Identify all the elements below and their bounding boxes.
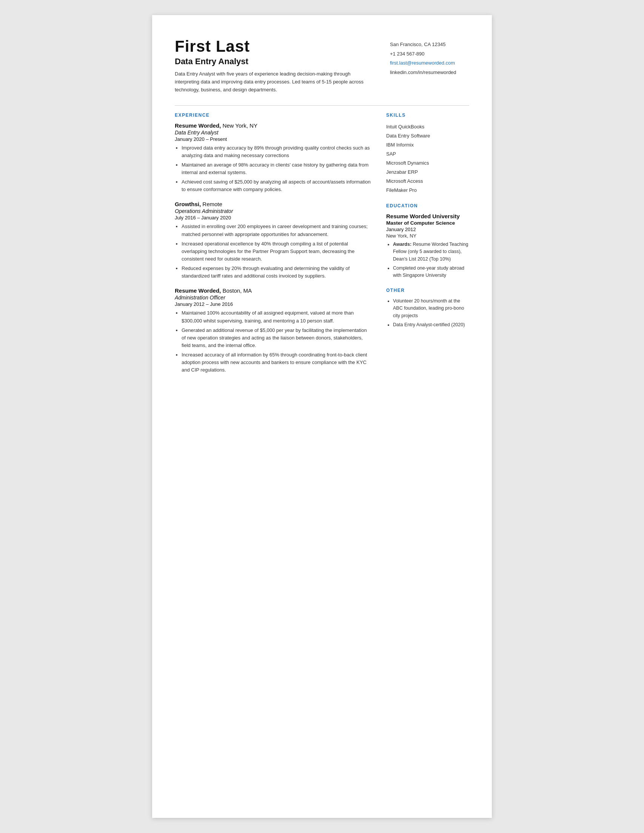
resume-header: First Last Data Entry Analyst Data Entry…: [175, 38, 469, 94]
education-section-label: EDUCATION: [386, 203, 469, 208]
bullet-1-1: Improved data entry accuracy by 89% thro…: [181, 144, 371, 159]
left-column: EXPERIENCE Resume Worded, New York, NY D…: [175, 113, 371, 382]
skill-8: FileMaker Pro: [386, 186, 469, 195]
bullet-3-1: Maintained 100% accountability of all as…: [181, 309, 371, 324]
edu-date: January 2012: [386, 227, 469, 232]
job-block-2: Growthsi, Remote Operations Administrato…: [175, 201, 371, 280]
job-dates-3: January 2012 – June 2016: [175, 301, 371, 307]
skill-1: Intuit QuickBooks: [386, 122, 469, 132]
edu-bullet-2: Completed one-year study abroad with Sin…: [393, 265, 469, 280]
job-dates-2: July 2016 – January 2020: [175, 215, 371, 220]
edu-bullets: Awards: Resume Worded Teaching Fellow (o…: [386, 241, 469, 280]
skills-section-label: SKILLS: [386, 113, 469, 118]
skills-list: Intuit QuickBooks Data Entry Software IB…: [386, 122, 469, 195]
skill-2: Data Entry Software: [386, 132, 469, 140]
job-company-name-2: Growthsi,: [175, 201, 201, 207]
job-company-location-1: New York, NY: [221, 122, 257, 129]
candidate-title: Data Entry Analyst: [175, 57, 375, 66]
right-column: SKILLS Intuit QuickBooks Data Entry Soft…: [386, 113, 469, 382]
other-bullet-2: Data Entry Analyst-certified (2020): [393, 322, 469, 328]
candidate-name: First Last: [175, 38, 375, 55]
edu-degree: Master of Computer Science: [386, 220, 469, 226]
candidate-summary: Data Entry Analyst with five years of ex…: [175, 70, 375, 94]
skill-3: IBM Informix: [386, 140, 469, 150]
job-block-3: Resume Worded, Boston, MA Administration…: [175, 287, 371, 374]
job-company-2: Growthsi, Remote: [175, 201, 371, 207]
header-contact: San Francisco, CA 12345 +1 234 567-890 f…: [390, 38, 469, 77]
job-company-name-3: Resume Worded,: [175, 287, 221, 294]
experience-section-label: EXPERIENCE: [175, 113, 371, 118]
job-role-3: Administration Officer: [175, 294, 371, 301]
bullet-1-3: Achieved cost saving of $25,000 by analy…: [181, 178, 371, 193]
bullet-2-2: Increased operational excellence by 40% …: [181, 240, 371, 263]
job-company-3: Resume Worded, Boston, MA: [175, 287, 371, 294]
header-left: First Last Data Entry Analyst Data Entry…: [175, 38, 375, 94]
bullet-2-1: Assisted in enrolling over 200 employees…: [181, 223, 371, 238]
header-divider: [175, 105, 469, 106]
bullet-2-3: Reduced expenses by 20% through evaluati…: [181, 265, 371, 280]
skill-4: SAP: [386, 150, 469, 159]
job-block-1: Resume Worded, New York, NY Data Entry A…: [175, 122, 371, 194]
job-dates-1: January 2020 – Present: [175, 136, 371, 142]
other-bullet-1: Volunteer 20 hours/month at the ABC foun…: [393, 298, 469, 320]
resume-body: EXPERIENCE Resume Worded, New York, NY D…: [175, 113, 469, 382]
edu-location: New York, NY: [386, 233, 469, 239]
candidate-phone: +1 234 567-890: [390, 50, 469, 59]
skill-5: Microsoft Dynamics: [386, 159, 469, 168]
resume-document: First Last Data Entry Analyst Data Entry…: [152, 15, 492, 818]
job-bullets-1: Improved data entry accuracy by 89% thro…: [175, 144, 371, 194]
bullet-3-2: Generated an additional revenue of $5,00…: [181, 326, 371, 349]
other-section-label: OTHER: [386, 288, 469, 293]
edu-school: Resume Worded University: [386, 213, 469, 219]
job-company-name-1: Resume Worded,: [175, 122, 221, 129]
job-role-1: Data Entry Analyst: [175, 130, 371, 135]
job-company-location-2: Remote: [201, 201, 222, 207]
job-bullets-2: Assisted in enrolling over 200 employees…: [175, 223, 371, 280]
candidate-location: San Francisco, CA 12345: [390, 40, 469, 50]
candidate-linkedin: linkedin.com/in/resumeworded: [390, 68, 469, 77]
bullet-1-2: Maintained an average of 98% accuracy in…: [181, 161, 371, 176]
bullet-3-3: Increased accuracy of all information by…: [181, 351, 371, 374]
other-bullets: Volunteer 20 hours/month at the ABC foun…: [386, 298, 469, 329]
skill-6: Jenzabar ERP: [386, 168, 469, 177]
candidate-email[interactable]: first.last@resumeworded.com: [390, 58, 469, 68]
edu-bullet-1: Awards: Resume Worded Teaching Fellow (o…: [393, 241, 469, 263]
job-role-2: Operations Administrator: [175, 208, 371, 214]
job-company-location-3: Boston, MA: [221, 287, 252, 294]
job-bullets-3: Maintained 100% accountability of all as…: [175, 309, 371, 374]
skill-7: Microsoft Access: [386, 177, 469, 186]
job-company-1: Resume Worded, New York, NY: [175, 122, 371, 129]
